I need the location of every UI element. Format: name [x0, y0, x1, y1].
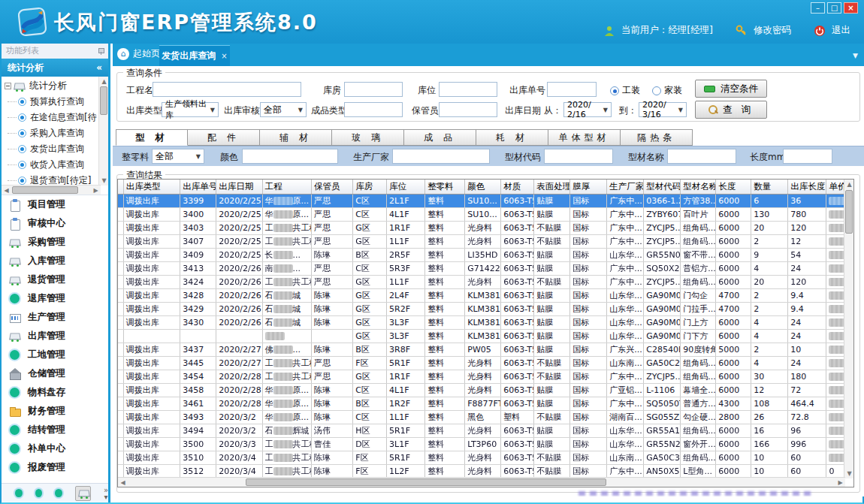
sidebar-item-4[interactable]: 退货管理 [2, 270, 108, 289]
location-input[interactable] [439, 82, 497, 97]
tree-item-4[interactable]: 收货入库查询 [2, 157, 92, 173]
tree-item-1[interactable]: 在途信息查询[待 [2, 110, 92, 125]
length-input[interactable] [783, 149, 832, 164]
grid-horizontal-scrollbar[interactable]: ◀ ▶ [118, 477, 845, 487]
column-header-17[interactable]: 出库长度 [788, 180, 826, 194]
sidebar-item-5[interactable]: 退库管理 [2, 289, 108, 308]
table-row-10[interactable]: G区3L3F整料KLM38176063-T5贴膜国标山东华...GA90M09.… [118, 329, 854, 343]
table-row-9[interactable]: 调拨出库34302020/2/26石城陈琳G区3L3F整料KLM38176063… [118, 315, 854, 329]
profile-name-input[interactable] [667, 149, 736, 164]
tree-item-3[interactable]: 发货出库查询 [2, 141, 92, 157]
date-to-select[interactable]: 2020/ 3/16▼ [639, 102, 687, 117]
sidebar-item-6[interactable]: 生产管理 [2, 308, 108, 327]
column-header-10[interactable]: 表面处理 [534, 180, 570, 194]
radio-home-install[interactable]: 家装 [652, 84, 682, 97]
table-row-15[interactable]: 调拨出库34612020/2/28华原...陈琳B区1R2F整料F8877FT6… [118, 397, 854, 410]
out-type-select[interactable]: 生产领料出库▼ [162, 102, 219, 117]
column-header-4[interactable]: 保管员 [311, 180, 352, 194]
minimize-button[interactable]: – [811, 2, 825, 14]
table-row-8[interactable]: 调拨出库34292020/2/26石城陈琳G区5R2F整料KLM38176063… [118, 302, 854, 315]
column-header-12[interactable]: 生产厂家 [607, 180, 644, 194]
column-header-2[interactable]: 出库日期 [216, 180, 262, 194]
date-from-select[interactable]: 2020/ 2/16▼ [563, 102, 612, 117]
more-buttons-chevron[interactable]: »▾ [104, 487, 108, 500]
column-header-16[interactable]: 数量 [751, 180, 788, 194]
product-type-input[interactable] [344, 102, 403, 117]
grid-vertical-scrollbar[interactable]: ▲ ▼ [844, 180, 853, 478]
quick-dot-icon[interactable] [15, 489, 23, 497]
material-tab-7[interactable]: 隔热条 [621, 129, 693, 146]
column-header-14[interactable]: 型材名称 [681, 180, 716, 194]
table-row-16[interactable]: 调拨出库34932020/3/2华原...陈琳C区1L1F整料黑色塑料不贴膜国标… [118, 410, 854, 424]
sidebar-item-0[interactable]: 项目管理 [2, 195, 108, 214]
quick-dot-icon[interactable] [55, 489, 62, 497]
keeper-input[interactable] [439, 102, 497, 117]
project-name-input[interactable] [153, 82, 301, 97]
table-row-5[interactable]: 调拨出库34132020/2/26南...严思C区5R3F整料G71422606… [118, 261, 854, 275]
table-row-1[interactable]: 调拨出库34002020/2/25华原...严思C区4L1F整料SU10...6… [118, 207, 854, 221]
table-row-3[interactable]: 调拨出库34072020/2/25工共工程严思G区1L1F整料光身料6063-T… [118, 234, 854, 248]
tree-vertical-scrollbar[interactable]: ▲ ▼ [98, 77, 108, 186]
table-row-12[interactable]: 调拨出库34452020/2/27工共工程严思F区5R1F整料光身料6063-T… [118, 356, 854, 370]
quick-dot-icon[interactable] [35, 489, 43, 497]
close-button[interactable]: × [844, 2, 858, 14]
column-header-15[interactable]: 长度 [716, 180, 751, 194]
table-row-2[interactable]: 调拨出库34032020/2/25工共工程严思G区1R1F整料光身料6063-T… [118, 221, 854, 234]
material-tab-2[interactable]: 辅 材 [260, 129, 332, 146]
column-header-9[interactable]: 材质 [501, 180, 534, 194]
warehouse-input[interactable] [344, 82, 403, 97]
tab-shipment-query[interactable]: 发货出库查询 × [159, 45, 230, 66]
material-tab-5[interactable]: 耗 材 [476, 129, 548, 146]
sidebar-item-14[interactable]: 报废管理 [2, 458, 108, 477]
column-header-6[interactable]: 库位 [387, 180, 425, 194]
table-row-7[interactable]: 调拨出库34282020/2/26石城陈琳G区2L4F整料KLM38176063… [118, 288, 854, 302]
material-tab-6[interactable]: 单体型材 [548, 129, 621, 146]
sidebar-item-1[interactable]: 审核中心 [2, 214, 108, 233]
order-no-input[interactable] [547, 82, 597, 97]
pin-icon[interactable] [98, 47, 104, 55]
clear-conditions-button[interactable]: 清空条件 [695, 80, 767, 98]
tree-horizontal-scrollbar[interactable]: ◀ ▶ [2, 185, 101, 195]
manufacturer-input[interactable] [392, 149, 490, 164]
sidebar-item-9[interactable]: 仓储管理 [2, 364, 108, 383]
profile-code-input[interactable] [544, 149, 613, 164]
material-tab-3[interactable]: 玻 璃 [332, 129, 404, 146]
tree-root-stats[interactable]: 统计分析 [2, 78, 92, 94]
material-tab-1[interactable]: 配 件 [188, 129, 260, 146]
logout-link[interactable]: 退出 [832, 24, 850, 37]
table-row-11[interactable]: 调拨出库34372020/2/27佛...陈琳B区3R8F整料PW056063-… [118, 343, 854, 356]
sidebar-item-7[interactable]: 出库管理 [2, 327, 108, 346]
cart-quick-button[interactable] [75, 486, 91, 501]
collapse-icon[interactable]: « [96, 59, 102, 77]
tab-list-dropdown-icon[interactable]: ▼ [853, 52, 858, 59]
column-header-8[interactable]: 颜色 [465, 180, 501, 194]
table-row-14[interactable]: 调拨出库34582020/2/28华原...陈琳C区4L1F整料光身料6063-… [118, 383, 854, 397]
sidebar-item-13[interactable]: 补单中心 [2, 439, 108, 458]
sidebar-item-2[interactable]: 采购管理 [2, 233, 108, 252]
table-row-0[interactable]: 调拨出库33992020/2/25华原...严思C区2L1F整料SU10...6… [118, 194, 854, 207]
search-button[interactable]: 查 询 [695, 101, 767, 119]
column-header-3[interactable]: 工程 [262, 180, 311, 194]
sidebar-item-10[interactable]: 物料盘存 [2, 383, 108, 402]
tab-close-icon[interactable]: × [221, 52, 227, 60]
change-password-link[interactable]: 修改密码 [754, 24, 791, 37]
maximize-button[interactable]: □ [827, 2, 841, 14]
column-header-5[interactable]: 库房 [353, 180, 387, 194]
column-header-13[interactable]: 型材代码 [644, 180, 681, 194]
table-row-13[interactable]: 调拨出库34542020/2/28工共工程严思G区1R1F整料光身料6063-T… [118, 370, 854, 383]
tree-item-0[interactable]: 预算执行查询 [2, 94, 92, 110]
tree-item-2[interactable]: 采购入库查询 [2, 125, 92, 141]
stats-section-header[interactable]: 统计分析 « [2, 59, 108, 77]
sidebar-item-3[interactable]: 入库管理 [2, 252, 108, 270]
material-tab-4[interactable]: 成 品 [404, 129, 476, 146]
column-header-11[interactable]: 膜厚 [570, 180, 607, 194]
part-type-select[interactable]: 全部▼ [152, 149, 204, 164]
column-header-1[interactable]: 出库单号 [180, 180, 216, 194]
radio-work-install[interactable]: 工装 [610, 84, 640, 97]
color-input[interactable] [242, 149, 338, 164]
table-row-18[interactable]: 调拨出库35002020/3/3工共工程曹佳D区3L1F整料LT3P606063… [118, 437, 854, 451]
sidebar-item-8[interactable]: 工地管理 [2, 346, 108, 364]
table-row-6[interactable]: 调拨出库34242020/2/26工共工程严思G区1L1F整料光身料6063-T… [118, 275, 854, 288]
sidebar-item-11[interactable]: 财务管理 [2, 402, 108, 421]
table-row-19[interactable]: 调拨出库35102020/3/4工共工程陈琳F区5R1F整料光身料6063-T5… [118, 451, 854, 464]
